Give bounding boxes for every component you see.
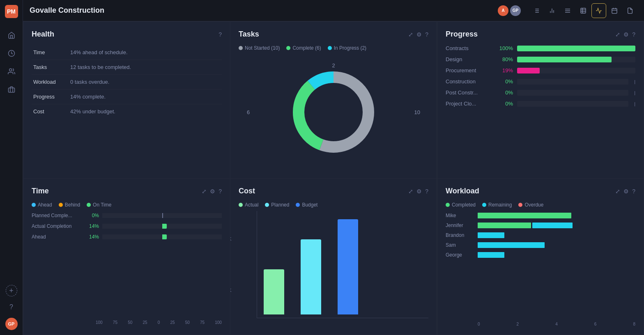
progress-bar-bg xyxy=(517,68,635,73)
app-logo[interactable]: PM xyxy=(5,5,18,18)
health-header: Health ? xyxy=(32,30,222,39)
time-expand-icon[interactable]: ⤢ xyxy=(202,188,207,195)
legend-dot xyxy=(446,203,450,207)
topbar: Govalle Construction A GP xyxy=(23,0,644,21)
health-row-value: 14% ahead of schedule. xyxy=(69,45,222,60)
progress-row-pct: 100% xyxy=(495,45,513,51)
legend-dot xyxy=(482,203,486,207)
progress-row-pct: 0% xyxy=(495,89,513,96)
cost-help-icon[interactable]: ? xyxy=(425,188,428,195)
time-row: Ahead 14% xyxy=(32,234,222,240)
sidebar-item-home[interactable] xyxy=(4,28,19,43)
health-table-row: Time14% ahead of schedule. xyxy=(32,45,222,60)
legend-dot xyxy=(59,203,63,207)
sidebar-item-users[interactable] xyxy=(4,64,19,79)
table-icon[interactable] xyxy=(576,3,591,18)
workload-bars xyxy=(478,213,635,218)
health-help-icon[interactable]: ? xyxy=(218,31,222,38)
workload-header: Workload ⤢ ⚙ ? xyxy=(446,187,635,195)
progress-row: Procurement 19% xyxy=(446,67,635,73)
avatar-gp[interactable]: GP xyxy=(510,5,521,16)
tasks-help-icon[interactable]: ? xyxy=(425,31,428,38)
tasks-expand-icon[interactable]: ⤢ xyxy=(408,31,413,38)
bar-chart-icon[interactable] xyxy=(545,3,559,18)
workload-settings-icon[interactable]: ⚙ xyxy=(623,188,629,195)
avatar-a[interactable]: A xyxy=(498,5,508,16)
legend-label: Overdue xyxy=(524,202,543,208)
donut-label-right: 10 xyxy=(414,109,420,115)
health-row-label: Tasks xyxy=(32,60,69,75)
sidebar: PM + ? GP xyxy=(0,0,23,335)
cost-bars xyxy=(264,214,422,314)
workload-legend-item: Overdue xyxy=(518,202,543,208)
tasks-legend-item: Not Started (10) xyxy=(239,45,280,51)
time-row-pct: 14% xyxy=(84,234,99,240)
legend-dot xyxy=(265,203,269,207)
activity-icon[interactable] xyxy=(591,3,606,18)
progress-row-pct: 0% xyxy=(495,78,513,85)
svg-rect-19 xyxy=(612,8,617,13)
workload-remaining-bar xyxy=(532,223,573,228)
progress-title: Progress xyxy=(446,30,478,39)
legend-label: Planned xyxy=(271,202,289,208)
progress-row-label: Contracts xyxy=(446,45,491,51)
cost-bar-group xyxy=(301,214,321,314)
health-table-row: Cost42% under budget. xyxy=(32,104,222,119)
tasks-settings-icon[interactable]: ⚙ xyxy=(416,31,422,38)
workload-help-icon[interactable]: ? xyxy=(632,188,635,195)
health-table: Time14% ahead of schedule.Tasks12 tasks … xyxy=(32,45,222,119)
time-row-pct: 0% xyxy=(84,213,99,218)
progress-row-label: Project Clo... xyxy=(446,101,491,107)
workload-row-label: Mike xyxy=(446,213,474,218)
legend-label: Budget xyxy=(302,202,317,208)
cost-legend-item: Planned xyxy=(265,202,289,208)
cost-y-label: 6K xyxy=(230,211,232,216)
progress-expand-icon[interactable]: ⤢ xyxy=(615,31,620,38)
time-axis-label: 75 xyxy=(113,320,117,325)
legend-dot xyxy=(518,203,522,207)
cost-y-label: 4.5K xyxy=(230,236,232,241)
cost-legend: ActualPlannedBudget xyxy=(239,202,428,208)
tasks-legend-item: In Progress (2) xyxy=(328,45,366,51)
user-avatar[interactable]: GP xyxy=(5,318,18,330)
time-bar xyxy=(162,234,167,239)
time-help-icon[interactable]: ? xyxy=(218,188,222,195)
progress-row: Design 80% xyxy=(446,56,635,62)
sidebar-item-timeline[interactable] xyxy=(4,46,19,61)
progress-row-label: Procurement xyxy=(446,67,491,73)
calendar-icon[interactable] xyxy=(607,3,622,18)
legend-dot xyxy=(286,46,290,50)
align-icon[interactable] xyxy=(560,3,575,18)
list-view-icon[interactable] xyxy=(529,3,544,18)
time-axis-label: 100 xyxy=(96,320,103,325)
workload-legend-item: Remaining xyxy=(482,202,512,208)
legend-label: On Time xyxy=(93,202,111,208)
svg-point-1 xyxy=(9,69,12,71)
tasks-legend: Not Started (10)Complete (6)In Progress … xyxy=(239,45,428,51)
cost-settings-icon[interactable]: ⚙ xyxy=(416,188,422,195)
svg-rect-15 xyxy=(581,8,586,13)
time-settings-icon[interactable]: ⚙ xyxy=(210,188,215,195)
time-legend-item: Behind xyxy=(59,202,80,208)
cost-expand-icon[interactable]: ⤢ xyxy=(408,188,413,195)
progress-bar-bg xyxy=(517,90,628,96)
workload-expand-icon[interactable]: ⤢ xyxy=(615,188,620,195)
progress-row-pct: 0% xyxy=(495,101,513,107)
progress-settings-icon[interactable]: ⚙ xyxy=(623,31,629,38)
add-project-button[interactable]: + xyxy=(6,285,17,296)
help-icon[interactable]: ? xyxy=(4,300,19,314)
workload-row-label: Brandon xyxy=(446,232,474,238)
health-row-value: 0 tasks overdue. xyxy=(69,75,222,89)
tasks-legend-item: Complete (6) xyxy=(286,45,321,51)
sidebar-item-briefcase[interactable] xyxy=(4,82,19,97)
time-chart: Planned Comple... 0% Actual Completion 1… xyxy=(32,213,222,319)
progress-help-icon[interactable]: ? xyxy=(632,31,635,38)
workload-actions: ⤢ ⚙ ? xyxy=(615,188,635,195)
legend-label: In Progress (2) xyxy=(334,45,366,51)
progress-row-label: Construction xyxy=(446,78,491,85)
time-row: Actual Completion 14% xyxy=(32,223,222,229)
workload-chart: Mike Jennifer Brandon Sam George xyxy=(446,213,635,326)
file-icon[interactable] xyxy=(623,3,637,18)
cost-bar xyxy=(264,269,284,314)
time-bar-marker xyxy=(162,213,163,218)
